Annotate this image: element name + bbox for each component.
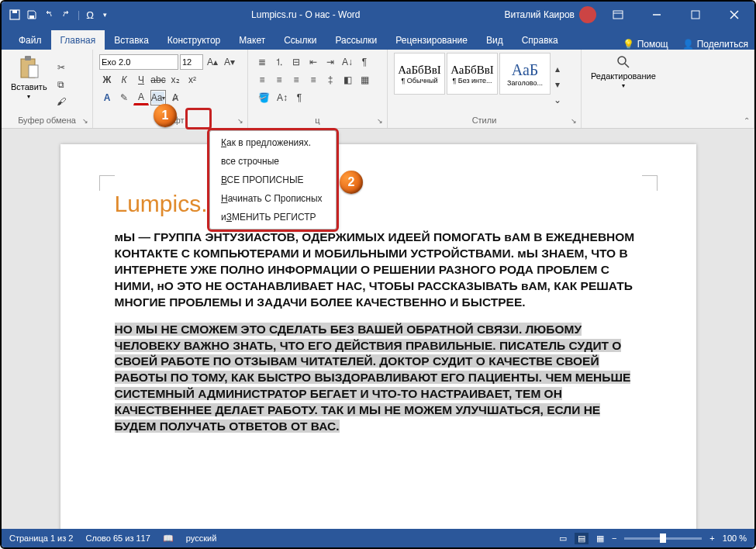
style-no-spacing[interactable]: АаБбВвІ¶ Без инте... xyxy=(447,53,498,95)
change-case-menu: Как в предложениях. все строчные ВСЕ ПРО… xyxy=(209,130,337,230)
annotation-badge-1: 1 xyxy=(154,104,177,127)
zoom-out-icon[interactable]: − xyxy=(612,533,616,543)
fill-icon[interactable]: 🪣 xyxy=(254,90,273,105)
user-account[interactable]: Виталий Каиров xyxy=(504,6,596,23)
status-language[interactable]: русский xyxy=(186,533,216,543)
borders-icon[interactable]: ▦ xyxy=(357,72,372,88)
tellme-icon[interactable]: 💡 xyxy=(623,39,634,50)
decrease-indent-icon[interactable]: ⇤ xyxy=(306,54,321,70)
styles-more-icon[interactable]: ⌄ xyxy=(552,93,563,107)
share-icon[interactable]: 👤 xyxy=(682,39,694,50)
spellcheck-icon[interactable]: 📖 xyxy=(163,533,174,544)
shading-icon[interactable]: ◧ xyxy=(340,72,355,88)
doc-title[interactable]: Lumpics.ru - О нас xyxy=(115,191,642,217)
tab-view[interactable]: Вид xyxy=(477,30,513,50)
multilevel-icon[interactable]: ⊟ xyxy=(288,54,304,70)
undo-icon[interactable] xyxy=(43,9,54,20)
bold-icon[interactable]: Ж xyxy=(99,72,115,88)
ribbon-display-icon[interactable] xyxy=(601,2,635,28)
underline-icon[interactable]: Ч xyxy=(133,72,149,88)
sort2-icon[interactable]: A↕ xyxy=(274,90,290,105)
show-marks-icon[interactable]: ¶ xyxy=(357,54,372,70)
text-effects-icon[interactable]: A xyxy=(99,90,115,105)
styles-down-icon[interactable]: ▾ xyxy=(552,78,563,92)
styles-up-icon[interactable]: ▴ xyxy=(552,62,563,76)
tab-file[interactable]: Файл xyxy=(9,30,51,50)
para-marks-icon[interactable]: ¶ xyxy=(292,90,307,105)
cut-icon[interactable]: ✂ xyxy=(54,60,69,75)
share-label[interactable]: Поделиться xyxy=(697,39,748,50)
maximize-button[interactable] xyxy=(678,2,713,28)
tab-design[interactable]: Конструктор xyxy=(158,30,230,50)
collapse-ribbon-icon[interactable]: ⌃ xyxy=(744,116,750,125)
para-launcher-icon[interactable]: ↘ xyxy=(375,116,385,126)
grow-font-icon[interactable]: A▴ xyxy=(205,54,220,70)
numbering-icon[interactable]: ⒈ xyxy=(271,54,287,70)
font-name-input[interactable] xyxy=(99,54,178,70)
font-launcher-icon[interactable]: ↘ xyxy=(235,116,246,126)
superscript-icon[interactable]: x² xyxy=(185,72,200,88)
redo-icon[interactable] xyxy=(60,9,71,20)
group-clipboard: Вставить ▾ ✂ ⧉ 🖌 Буфер обмена ↘ xyxy=(2,50,93,128)
document-area[interactable]: Lumpics.ru - О нас мЫ — ГРУППА ЭНТУЗИАСТ… xyxy=(2,129,754,529)
sort-icon[interactable]: A↓ xyxy=(340,54,355,70)
case-sentence[interactable]: Как в предложениях. xyxy=(210,133,336,152)
web-layout-icon[interactable]: ▦ xyxy=(596,533,604,544)
doc-paragraph-2[interactable]: НО МЫ НЕ СМОЖЕМ ЭТО СДЕЛАТЬ БЕЗ ВАШЕЙ ОБ… xyxy=(115,322,642,435)
strike-icon[interactable]: abc xyxy=(150,72,166,88)
zoom-in-icon[interactable]: + xyxy=(709,533,714,543)
minimize-button[interactable] xyxy=(640,2,674,28)
align-center-icon[interactable]: ≡ xyxy=(271,72,287,88)
tab-insert[interactable]: Вставка xyxy=(105,30,158,50)
svg-rect-1 xyxy=(12,10,17,13)
tab-home[interactable]: Главная xyxy=(51,30,105,50)
font-color-icon[interactable]: A xyxy=(133,90,149,105)
close-button[interactable] xyxy=(717,2,751,28)
omega-icon[interactable]: Ω xyxy=(86,9,97,20)
group-styles: АаБбВвІ¶ Обычный АаБбВвІ¶ Без инте... Аа… xyxy=(388,50,582,128)
autosave-icon[interactable] xyxy=(9,9,20,20)
shrink-font-icon[interactable]: A▾ xyxy=(222,54,237,70)
style-heading[interactable]: АаБЗаголово... xyxy=(499,53,551,95)
align-left-icon[interactable]: ≡ xyxy=(254,72,270,88)
zoom-value[interactable]: 100 % xyxy=(723,533,747,543)
svg-line-13 xyxy=(625,64,629,67)
tellme-label[interactable]: Помощ xyxy=(637,39,668,50)
change-case-button[interactable]: Aa ▾ xyxy=(150,90,166,105)
editing-button[interactable]: Редактирование ▾ xyxy=(588,53,659,116)
paste-button[interactable]: Вставить ▾ xyxy=(8,53,50,116)
case-capitalize[interactable]: Начинать С Прописных xyxy=(210,189,336,208)
save-icon[interactable] xyxy=(26,9,37,20)
line-spacing-icon[interactable]: ‡ xyxy=(323,72,338,88)
style-normal[interactable]: АаБбВвІ¶ Обычный xyxy=(394,53,445,95)
increase-indent-icon[interactable]: ⇥ xyxy=(323,54,338,70)
read-mode-icon[interactable]: ▭ xyxy=(559,533,567,544)
align-right-icon[interactable]: ≡ xyxy=(288,72,304,88)
tab-layout[interactable]: Макет xyxy=(230,30,274,50)
tab-help[interactable]: Справка xyxy=(513,30,568,50)
justify-icon[interactable]: ≡ xyxy=(306,72,321,88)
tab-references[interactable]: Ссылки xyxy=(274,30,326,50)
case-upper[interactable]: ВСЕ ПРОПИСНЫЕ xyxy=(210,171,336,189)
svg-rect-6 xyxy=(692,11,699,19)
subscript-icon[interactable]: x₂ xyxy=(167,72,183,88)
bullets-icon[interactable]: ≣ xyxy=(254,54,270,70)
doc-paragraph-1[interactable]: мЫ — ГРУППА ЭНТУЗИАСТОВ, ОДЕРЖИМЫХ ИДЕЕЙ… xyxy=(115,230,642,311)
annotation-badge-2: 2 xyxy=(340,171,363,194)
format-painter-icon[interactable]: 🖌 xyxy=(54,94,69,109)
italic-icon[interactable]: К xyxy=(116,72,132,88)
tab-mailings[interactable]: Рассылки xyxy=(326,30,386,50)
tab-review[interactable]: Рецензирование xyxy=(386,30,477,50)
clear-format-icon[interactable]: A̷ xyxy=(167,90,183,105)
zoom-slider[interactable] xyxy=(624,537,702,540)
status-words[interactable]: Слово 65 из 117 xyxy=(85,533,150,543)
status-page[interactable]: Страница 1 из 2 xyxy=(9,533,73,543)
case-toggle[interactable]: иЗМЕНИТЬ РЕГИСТР xyxy=(210,208,336,226)
print-layout-icon[interactable]: ▤ xyxy=(575,533,589,544)
case-lower[interactable]: все строчные xyxy=(210,152,336,171)
highlight-icon[interactable]: ✎ xyxy=(116,90,132,105)
clipboard-launcher-icon[interactable]: ↘ xyxy=(80,116,91,126)
font-size-input[interactable] xyxy=(180,54,203,70)
styles-launcher-icon[interactable]: ↘ xyxy=(568,116,579,126)
copy-icon[interactable]: ⧉ xyxy=(54,77,69,92)
